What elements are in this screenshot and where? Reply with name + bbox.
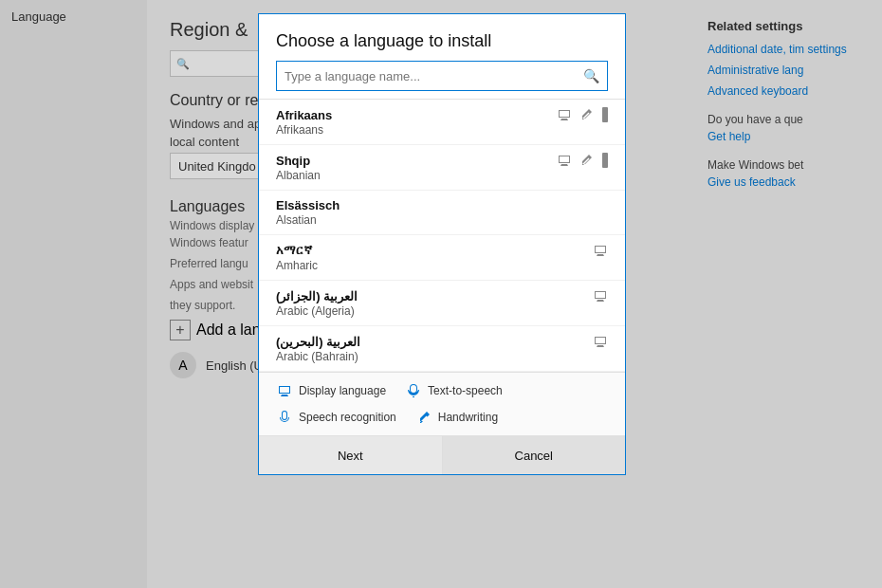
language-item-shqip[interactable]: Shqip Albanian bbox=[259, 145, 625, 191]
lang-icons-arabic-algeria bbox=[593, 288, 608, 303]
lang-name-arabic-algeria: العربية (الجزائر) bbox=[276, 289, 358, 303]
lang-name-shqip: Shqip bbox=[276, 154, 310, 168]
lang-icons-amharic bbox=[593, 243, 608, 258]
language-search-input[interactable] bbox=[285, 69, 578, 83]
speech-label: Speech recognition bbox=[299, 411, 396, 424]
language-item-alsatian[interactable]: Elsässisch Alsatian bbox=[259, 191, 625, 235]
language-search-box[interactable]: 🔍 bbox=[276, 61, 608, 91]
handwriting-feature: Handwriting bbox=[415, 409, 498, 426]
choose-language-dialog: Choose a language to install 🔍 Afrikaans… bbox=[258, 13, 626, 475]
lang-name-arabic-bahrain: العربية (البحرين) bbox=[276, 335, 360, 349]
display-lang-icon-5 bbox=[593, 334, 608, 349]
lang-sub-arabic-algeria: Arabic (Algeria) bbox=[276, 304, 608, 318]
language-item-amharic[interactable]: አማርኛ Amharic bbox=[259, 235, 625, 281]
dialog-title: Choose a language to install bbox=[259, 14, 625, 61]
speech-feature: Speech recognition bbox=[276, 409, 396, 426]
tts-feature-icon bbox=[405, 382, 422, 399]
display-lang-icon-3 bbox=[593, 243, 608, 258]
display-language-feature: Display language bbox=[276, 382, 386, 399]
handwriting-label: Handwriting bbox=[438, 411, 498, 424]
language-list[interactable]: Afrikaans Afrikaans Shqip Albanian bbox=[259, 99, 625, 372]
tts-label: Text-to-speech bbox=[428, 384, 503, 397]
handwriting-feature-icon bbox=[415, 409, 432, 426]
display-lang-icon bbox=[557, 107, 572, 122]
display-language-label: Display language bbox=[299, 384, 386, 397]
lang-icons-arabic-bahrain bbox=[593, 334, 608, 349]
search-icon: 🔍 bbox=[583, 68, 599, 83]
display-lang-icon-2 bbox=[557, 153, 572, 168]
tts-feature: Text-to-speech bbox=[405, 382, 503, 399]
lang-sub-alsatian: Alsatian bbox=[276, 213, 608, 227]
display-lang-icon-4 bbox=[593, 288, 608, 303]
speech-feature-icon bbox=[276, 409, 293, 426]
lang-name-afrikaans: Afrikaans bbox=[276, 108, 332, 122]
feature-legend: Display language Text-to-speech Speech r… bbox=[259, 372, 625, 435]
dialog-buttons: Next Cancel bbox=[259, 435, 625, 474]
language-item-arabic-bahrain[interactable]: العربية (البحرين) Arabic (Bahrain) bbox=[259, 326, 625, 372]
language-item-arabic-algeria[interactable]: العربية (الجزائر) Arabic (Algeria) bbox=[259, 281, 625, 326]
next-button[interactable]: Next bbox=[259, 436, 443, 474]
lang-sub-afrikaans: Afrikaans bbox=[276, 123, 608, 137]
lang-sub-arabic-bahrain: Arabic (Bahrain) bbox=[276, 350, 608, 363]
display-feature-icon bbox=[276, 382, 293, 399]
handwriting-icon bbox=[579, 107, 595, 122]
lang-sub-shqip: Albanian bbox=[276, 169, 608, 182]
language-item-afrikaans[interactable]: Afrikaans Afrikaans bbox=[259, 100, 625, 145]
lang-name-alsatian: Elsässisch bbox=[276, 198, 340, 212]
lang-icons-afrikaans bbox=[557, 107, 608, 122]
cancel-button[interactable]: Cancel bbox=[443, 436, 626, 474]
lang-sub-amharic: Amharic bbox=[276, 259, 608, 272]
lang-name-amharic: አማርኛ bbox=[276, 243, 312, 258]
lang-icons-shqip bbox=[557, 153, 608, 168]
handwriting-icon-2 bbox=[579, 153, 595, 168]
